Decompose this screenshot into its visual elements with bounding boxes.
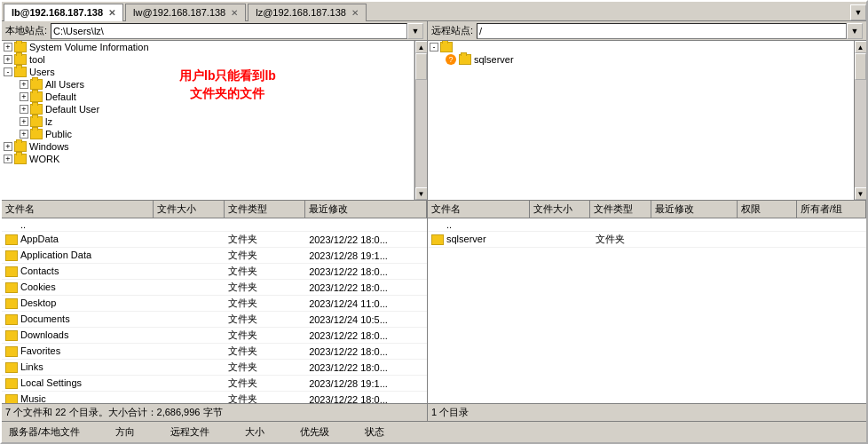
right-address-input[interactable] xyxy=(477,23,847,39)
file-modified: 2023/12/22 18:0... xyxy=(305,232,427,248)
table-row[interactable]: .. xyxy=(2,218,427,232)
col-owner[interactable]: 所有者/组 xyxy=(796,201,865,218)
table-row[interactable]: Cookies 文件夹 2023/12/22 18:0... xyxy=(2,280,427,296)
scroll-thumb[interactable] xyxy=(855,53,866,80)
file-type: 文件夹 xyxy=(225,280,305,296)
col-perm[interactable]: 权限 xyxy=(737,201,796,218)
expand-icon[interactable]: + xyxy=(20,117,28,126)
left-tree-pane: + System Volume Information + tool - Use… xyxy=(2,41,414,200)
col-name[interactable]: 文件名 xyxy=(2,201,154,218)
right-address-dropdown[interactable]: ▼ xyxy=(847,23,863,39)
file-size xyxy=(154,248,225,264)
tab-lw-close[interactable]: ✕ xyxy=(231,8,238,18)
tree-item[interactable]: + WORK xyxy=(2,153,414,165)
scroll-track[interactable] xyxy=(415,53,427,187)
left-tree-scrollbar[interactable]: ▲ ▼ xyxy=(414,41,427,200)
file-size xyxy=(154,232,225,248)
table-row[interactable]: Local Settings 文件夹 2023/12/28 19:1... xyxy=(2,376,427,392)
table-row[interactable]: Downloads 文件夹 2023/12/22 18:0... xyxy=(2,328,427,344)
tab-lw-label: lw@192.168.187.138 xyxy=(133,7,225,18)
tree-item[interactable]: + Default User xyxy=(2,103,414,115)
col-type[interactable]: 文件类型 xyxy=(590,201,651,218)
expand-icon[interactable]: - xyxy=(4,67,12,76)
expand-icon[interactable]: + xyxy=(20,92,28,101)
scroll-down-btn[interactable]: ▼ xyxy=(415,187,428,200)
file-owner xyxy=(798,218,866,232)
tab-lz-close[interactable]: ✕ xyxy=(351,8,359,18)
scroll-thumb[interactable] xyxy=(415,53,427,80)
tab-lz[interactable]: lz@192.168.187.138 ✕ xyxy=(248,4,367,21)
tree-item[interactable]: + Public xyxy=(2,128,414,140)
table-row[interactable]: sqlserver 文件夹 xyxy=(428,232,866,248)
tabs-dropdown[interactable]: ▼ xyxy=(850,4,866,20)
file-size xyxy=(533,232,592,248)
right-files-header: 文件名 文件大小 文件类型 最近修改 权限 所有者/组 xyxy=(428,201,866,218)
left-address-input[interactable] xyxy=(51,23,407,39)
expand-icon[interactable]: + xyxy=(20,105,28,114)
tree-item[interactable]: - xyxy=(428,41,854,53)
file-name: Downloads xyxy=(2,328,154,344)
file-name: sqlserver xyxy=(428,232,533,248)
tree-item[interactable]: + Windows xyxy=(2,140,414,153)
table-row[interactable]: .. xyxy=(428,218,866,232)
tree-item[interactable]: + Default xyxy=(2,91,414,103)
expand-icon[interactable]: + xyxy=(20,80,28,89)
expand-icon[interactable]: + xyxy=(4,155,12,163)
bottom-item-status: 状态 xyxy=(365,425,384,439)
right-status-bar: 1 个目录 xyxy=(428,403,866,421)
right-tree-pane: - ? sqlserver xyxy=(428,41,854,200)
file-name: .. xyxy=(428,218,533,232)
col-size[interactable]: 文件大小 xyxy=(154,201,225,218)
tab-lw[interactable]: lw@192.168.187.138 ✕ xyxy=(125,4,246,21)
scroll-up-btn[interactable]: ▲ xyxy=(855,41,867,53)
col-name[interactable]: 文件名 xyxy=(428,201,529,218)
tab-lb[interactable]: lb@192.168.187.138 ✕ xyxy=(4,4,123,21)
col-modified[interactable]: 最近修改 xyxy=(651,201,738,218)
col-modified[interactable]: 最近修改 xyxy=(305,201,427,218)
table-row[interactable]: Music 文件夹 2023/12/22 18:0... xyxy=(2,392,427,404)
file-name: Local Settings xyxy=(2,376,154,392)
folder-icon xyxy=(30,129,43,139)
file-name: Application Data xyxy=(2,248,154,264)
tree-item[interactable]: - Users xyxy=(2,66,414,78)
table-row[interactable]: Contacts 文件夹 2023/12/22 18:0... xyxy=(2,264,427,280)
expand-icon[interactable]: + xyxy=(4,55,12,64)
file-modified xyxy=(653,232,738,248)
scroll-down-btn[interactable]: ▼ xyxy=(855,187,867,200)
file-modified xyxy=(653,218,738,232)
file-type: 文件夹 xyxy=(225,296,305,312)
tree-item[interactable]: + lz xyxy=(2,115,414,128)
col-size[interactable]: 文件大小 xyxy=(529,201,590,218)
tree-item[interactable]: ? sqlserver xyxy=(428,53,854,66)
expand-icon[interactable]: - xyxy=(430,43,438,52)
file-size xyxy=(154,360,225,376)
table-row[interactable]: Favorites 文件夹 2023/12/22 18:0... xyxy=(2,344,427,360)
expand-icon[interactable]: + xyxy=(20,130,28,139)
file-size xyxy=(154,264,225,280)
table-row[interactable]: Desktop 文件夹 2023/12/24 11:0... xyxy=(2,296,427,312)
tree-item-label: Public xyxy=(45,129,72,139)
left-address-dropdown[interactable]: ▼ xyxy=(407,23,423,39)
file-modified: 2023/12/22 18:0... xyxy=(305,280,427,296)
tree-item-label: lz xyxy=(45,116,52,127)
right-tree-scrollbar[interactable]: ▲ ▼ xyxy=(854,41,866,200)
table-row[interactable]: Links 文件夹 2023/12/22 18:0... xyxy=(2,360,427,376)
scroll-up-btn[interactable]: ▲ xyxy=(415,41,428,53)
file-size xyxy=(154,328,225,344)
expand-icon[interactable]: + xyxy=(4,43,12,52)
tree-item[interactable]: + tool xyxy=(2,53,414,66)
expand-icon[interactable]: + xyxy=(4,142,12,151)
file-size xyxy=(154,376,225,392)
table-row[interactable]: AppData 文件夹 2023/12/22 18:0... xyxy=(2,232,427,248)
table-row[interactable]: Documents 文件夹 2023/12/24 10:5... xyxy=(2,312,427,328)
tree-item[interactable]: + All Users xyxy=(2,78,414,91)
table-row[interactable]: Application Data 文件夹 2023/12/28 19:1... xyxy=(2,248,427,264)
tree-item[interactable]: + System Volume Information xyxy=(2,41,414,53)
tab-lb-close[interactable]: ✕ xyxy=(108,8,115,18)
scroll-track[interactable] xyxy=(855,53,866,187)
file-name: Favorites xyxy=(2,344,154,360)
folder-icon xyxy=(30,116,43,127)
file-modified: 2023/12/22 18:0... xyxy=(305,344,427,360)
folder-icon xyxy=(14,67,27,77)
col-type[interactable]: 文件类型 xyxy=(225,201,305,218)
